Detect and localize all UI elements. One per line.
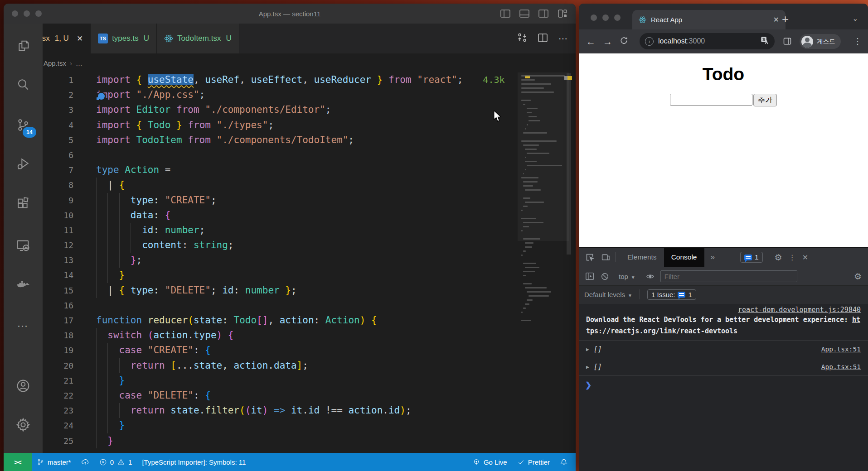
clear-console-icon[interactable] bbox=[601, 272, 609, 281]
toggle-secondary-sidebar-icon[interactable] bbox=[538, 10, 548, 18]
address-bar[interactable]: i localhost:3000 bbox=[640, 33, 775, 49]
toggle-panel-icon[interactable] bbox=[519, 10, 529, 18]
close-window-button[interactable] bbox=[591, 14, 597, 21]
console-source-link[interactable]: App.tsx:51 bbox=[821, 346, 861, 353]
console-messages-badge[interactable]: 1 bbox=[740, 252, 763, 263]
context-selector[interactable]: top▼ bbox=[619, 273, 635, 280]
devtools-close-icon[interactable]: ✕ bbox=[802, 253, 808, 262]
side-panel-icon[interactable] bbox=[783, 37, 792, 48]
todo-input[interactable] bbox=[670, 94, 752, 106]
inspect-element-icon[interactable] bbox=[585, 253, 595, 262]
breadcrumb[interactable]: src › App.tsx › … bbox=[4, 53, 576, 72]
breadcrumb-file[interactable]: App.tsx bbox=[44, 59, 66, 67]
code-line[interactable]: 2import "./App.css"; bbox=[43, 87, 576, 102]
code-line[interactable]: 22 case "DELETE": { bbox=[43, 388, 576, 403]
remote-indicator[interactable]: >< bbox=[4, 453, 32, 471]
code-line[interactable]: 11 id: number; bbox=[43, 223, 576, 238]
console-log-entry[interactable]: ▶[]App.tsx:51 bbox=[579, 358, 868, 376]
issues-counter[interactable]: 1 Issue: 1 bbox=[647, 289, 696, 300]
expand-arrow-icon[interactable]: ▶ bbox=[586, 346, 589, 352]
code-line[interactable]: 12 content: string; bbox=[43, 238, 576, 253]
code-line[interactable]: 9 type: "CREATE"; bbox=[43, 193, 576, 208]
scrollbar-thumb[interactable] bbox=[567, 73, 571, 255]
log-levels-dropdown[interactable]: Default levels▼ bbox=[584, 291, 632, 298]
code-line[interactable]: 5import TodoItem from "./components/Todo… bbox=[43, 133, 576, 148]
more-views-icon[interactable]: ⋯ bbox=[4, 312, 43, 340]
url-text[interactable]: localhost:3000 bbox=[658, 37, 705, 45]
zoom-window-button[interactable] bbox=[614, 14, 621, 21]
problems-item[interactable]: 0 1 bbox=[94, 453, 137, 471]
code-line[interactable]: 15 | { type: "DELETE"; id: number }; bbox=[43, 283, 576, 298]
code-line[interactable]: 19 case "CREATE": { bbox=[43, 343, 576, 358]
site-info-icon[interactable]: i bbox=[645, 37, 654, 46]
search-icon[interactable] bbox=[4, 71, 43, 98]
forward-icon[interactable]: → bbox=[603, 36, 612, 47]
translate-icon[interactable] bbox=[761, 36, 769, 47]
tab-search-chevron-icon[interactable]: ⌄ bbox=[852, 14, 858, 23]
device-toolbar-icon[interactable] bbox=[601, 253, 611, 262]
close-tab-icon[interactable]: ✕ bbox=[773, 15, 779, 24]
accounts-icon[interactable] bbox=[4, 372, 43, 399]
browser-menu-icon[interactable]: ⋮ bbox=[853, 36, 862, 46]
code-line[interactable]: 20 return [...state, action.data]; bbox=[43, 358, 576, 373]
back-icon[interactable]: ← bbox=[586, 36, 596, 47]
code-line[interactable]: 7type Action = bbox=[43, 163, 576, 178]
code-line[interactable]: 14 } bbox=[43, 268, 576, 283]
code-line[interactable]: 25 } bbox=[43, 433, 576, 448]
breadcrumb-symbol[interactable]: … bbox=[76, 59, 82, 67]
extensions-icon[interactable] bbox=[4, 190, 43, 217]
code-line[interactable]: 23 return state.filter((it) => it.id !==… bbox=[43, 403, 576, 418]
console-prompt[interactable]: ❯ bbox=[579, 376, 868, 394]
more-tabs-icon[interactable]: » bbox=[711, 253, 715, 262]
docker-icon[interactable] bbox=[4, 272, 43, 299]
expand-arrow-icon[interactable]: ▶ bbox=[586, 364, 589, 370]
reload-icon[interactable] bbox=[620, 36, 628, 47]
code-line[interactable]: 10 data: { bbox=[43, 208, 576, 223]
code-line[interactable]: 18 switch (action.type) { bbox=[43, 328, 576, 343]
publish-item[interactable] bbox=[76, 453, 94, 471]
new-tab-button[interactable]: + bbox=[782, 13, 789, 25]
console-source-link[interactable]: App.tsx:51 bbox=[821, 363, 861, 370]
console-filter-input[interactable] bbox=[660, 270, 797, 282]
live-expression-eye-icon[interactable] bbox=[645, 272, 655, 281]
settings-gear-icon[interactable] bbox=[4, 411, 43, 438]
vscode-titlebar[interactable]: App.tsx — section11 bbox=[4, 4, 576, 24]
toggle-sidebar-icon[interactable] bbox=[500, 10, 510, 18]
profile-chip[interactable]: 게스트 bbox=[800, 34, 841, 49]
code-line[interactable]: 24 } bbox=[43, 418, 576, 433]
devtools-settings-gear-icon[interactable]: ⚙ bbox=[775, 252, 782, 263]
code-editor[interactable]: 1import { useState, useRef, useEffect, u… bbox=[43, 72, 576, 453]
browser-window-controls[interactable] bbox=[591, 14, 621, 21]
notifications-bell-icon[interactable] bbox=[555, 453, 573, 471]
prettier-status[interactable]: Prettier bbox=[512, 453, 555, 471]
more-actions-icon[interactable]: ⋯ bbox=[558, 33, 568, 44]
code-line[interactable]: 8 | { bbox=[43, 178, 576, 192]
source-control-icon[interactable]: 14 bbox=[4, 111, 43, 139]
console-settings-gear-icon[interactable]: ⚙ bbox=[854, 271, 862, 282]
devtools-menu-icon[interactable]: ⋮ bbox=[789, 253, 796, 262]
editor-tab-todoitem-tsx[interactable]: TodoItem.tsxU bbox=[157, 24, 239, 53]
code-line[interactable]: 17function reducer(state: Todo[], action… bbox=[43, 313, 576, 328]
devtools-tab-elements[interactable]: Elements bbox=[620, 248, 664, 267]
editor-tab-types-ts[interactable]: TStypes.tsU bbox=[91, 24, 157, 53]
code-line[interactable]: 21 } bbox=[43, 373, 576, 388]
console-source-link[interactable]: react-dom.development.js:29840 bbox=[738, 306, 861, 314]
open-changes-icon[interactable] bbox=[517, 33, 527, 44]
close-tab-icon[interactable]: ✕ bbox=[77, 34, 83, 43]
code-line[interactable]: 13 }; bbox=[43, 253, 576, 268]
minimap[interactable] bbox=[520, 72, 566, 453]
code-line[interactable]: 1import { useState, useRef, useEffect, u… bbox=[43, 72, 576, 87]
remote-explorer-icon[interactable] bbox=[4, 232, 43, 260]
split-editor-icon[interactable] bbox=[538, 34, 548, 44]
explorer-icon[interactable] bbox=[4, 33, 43, 60]
go-live-button[interactable]: Go Live bbox=[467, 453, 512, 471]
code-line[interactable]: 6 bbox=[43, 148, 576, 163]
browser-tab[interactable]: React App ✕ bbox=[632, 10, 786, 29]
ts-importer-status[interactable]: [TypeScript Importer]: Symbols: 11 bbox=[137, 453, 251, 471]
devtools-tab-console[interactable]: Console bbox=[664, 248, 704, 267]
console-sidebar-icon[interactable] bbox=[585, 272, 594, 280]
minimize-window-button[interactable] bbox=[602, 14, 609, 21]
console-log-entry[interactable]: ▶[]App.tsx:51 bbox=[579, 341, 868, 358]
git-branch-item[interactable]: master* bbox=[32, 453, 76, 471]
customize-layout-icon[interactable] bbox=[558, 10, 567, 18]
